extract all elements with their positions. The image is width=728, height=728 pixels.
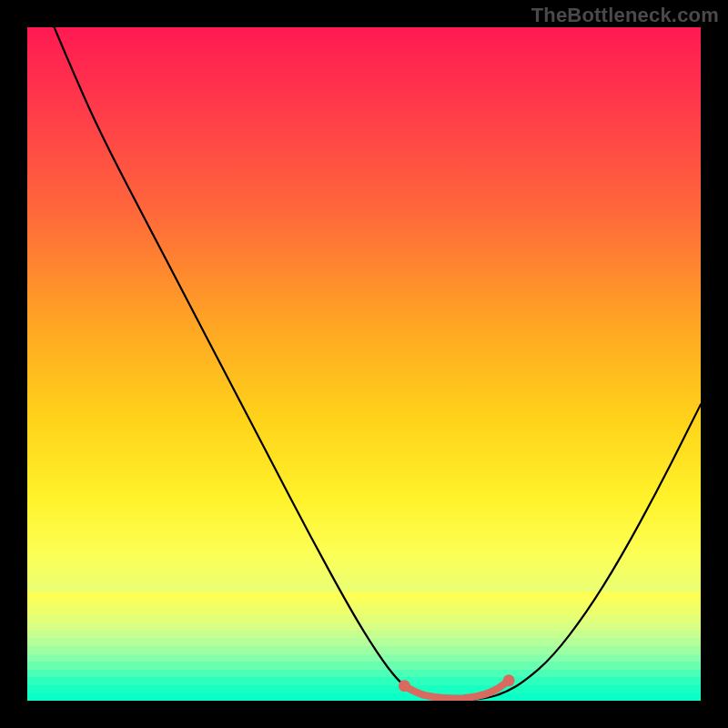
plot-area xyxy=(27,27,701,701)
curve-svg xyxy=(27,27,701,701)
watermark-text: TheBottleneck.com xyxy=(531,4,719,27)
highlight-dot xyxy=(503,674,515,686)
highlight-dot xyxy=(399,680,410,692)
bottleneck-curve xyxy=(55,27,701,701)
chart-frame: { "watermark": "TheBottleneck.com", "col… xyxy=(0,0,728,728)
